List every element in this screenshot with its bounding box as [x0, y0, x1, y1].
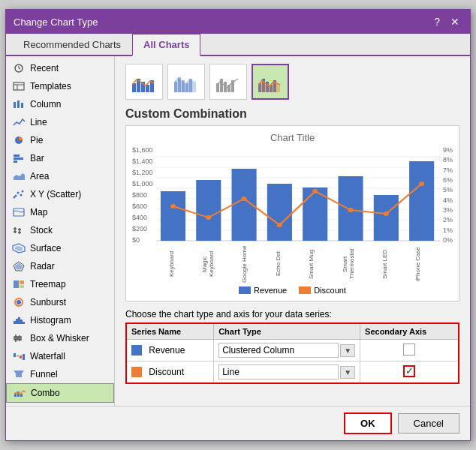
waterfall-icon — [12, 351, 26, 362]
svg-rect-35 — [14, 321, 16, 324]
revenue-chart-type-select[interactable]: Clustered Column Line Area — [218, 343, 339, 358]
sidebar-item-combo[interactable]: Combo — [6, 383, 114, 403]
title-bar-controls: ? ✕ — [431, 16, 462, 28]
svg-rect-55 — [146, 85, 149, 92]
tabs-bar: Recommended Charts All Charts — [6, 34, 470, 56]
sidebar-item-histogram[interactable]: Histogram — [6, 311, 114, 329]
svg-rect-37 — [18, 317, 20, 324]
svg-rect-46 — [20, 356, 22, 358]
legend-color-revenue — [239, 286, 251, 294]
sunburst-icon — [12, 297, 26, 308]
discount-color-box — [131, 367, 142, 377]
svg-point-93 — [241, 196, 246, 201]
discount-secondary-axis-checkbox[interactable] — [403, 365, 415, 377]
scatter-icon — [12, 189, 26, 200]
revenue-dropdown-arrow[interactable]: ▼ — [340, 344, 355, 357]
svg-marker-27 — [15, 246, 23, 251]
chart-icon-4[interactable] — [252, 64, 289, 100]
dialog-title: Change Chart Type — [14, 16, 98, 28]
sidebar-item-treemap[interactable]: Treemap — [6, 275, 114, 293]
revenue-chart-type: Clustered Column Line Area ▼ — [214, 340, 360, 362]
sidebar-item-area[interactable]: Area — [6, 167, 114, 185]
y-axis-right: 9% 8% 7% 6% 5% 4% 3% 2% 1% 0% — [440, 146, 453, 244]
map-icon — [12, 207, 26, 218]
svg-rect-44 — [14, 353, 16, 357]
chart-icon-2-svg — [173, 68, 200, 95]
col-series-name: Series Name — [126, 323, 214, 340]
tab-all-charts[interactable]: All Charts — [132, 34, 200, 56]
chart-icon-1[interactable] — [125, 64, 163, 100]
revenue-dropdown-cell: Clustered Column Line Area ▼ — [218, 343, 355, 358]
svg-marker-13 — [14, 173, 25, 180]
svg-rect-12 — [14, 160, 17, 163]
table-row-revenue: Revenue Clustered Column Line Area ▼ — [126, 340, 459, 362]
cancel-button[interactable]: Cancel — [398, 413, 459, 434]
sidebar-item-surface[interactable]: Surface — [6, 239, 114, 257]
discount-dropdown-arrow[interactable]: ▼ — [340, 366, 355, 379]
legend-item-discount: Discount — [299, 286, 346, 295]
area-icon — [12, 171, 26, 182]
series-table-label: Choose the chart type and axis for your … — [125, 309, 459, 320]
x-axis-labels: Keyboard Magic Keyboard Google Home Echo… — [132, 245, 453, 283]
histogram-icon — [12, 315, 26, 326]
svg-marker-29 — [15, 263, 23, 269]
svg-point-97 — [383, 212, 388, 216]
svg-rect-45 — [17, 355, 19, 357]
svg-point-33 — [17, 300, 21, 304]
table-row-discount: Discount Clustered Column Line Area ▼ — [126, 362, 459, 384]
combo-icon — [13, 388, 26, 398]
discount-chart-type: Clustered Column Line Area ▼ — [214, 362, 360, 384]
svg-rect-47 — [23, 354, 25, 360]
svg-rect-11 — [14, 158, 23, 160]
svg-rect-39 — [23, 322, 25, 324]
svg-rect-6 — [14, 102, 16, 108]
y-axis-left: $1,600 $1,400 $1,200 $1,000 $800 $600 $4… — [132, 146, 156, 244]
chart-icon-2[interactable] — [167, 64, 205, 100]
tab-recommended-charts[interactable]: Recommended Charts — [12, 34, 132, 56]
treemap-icon — [12, 279, 26, 290]
sidebar-item-stock[interactable]: Stock — [6, 221, 114, 239]
chart-icon-3[interactable] — [209, 64, 247, 100]
bar-icon — [12, 153, 26, 164]
sidebar-item-templates[interactable]: Templates — [6, 77, 114, 95]
chart-icon-4-svg — [257, 68, 284, 95]
sidebar-item-sunburst[interactable]: Sunburst — [6, 293, 114, 311]
svg-rect-30 — [14, 280, 19, 288]
revenue-secondary-axis-checkbox[interactable] — [403, 344, 415, 356]
svg-rect-10 — [14, 154, 20, 157]
svg-rect-89 — [373, 195, 398, 241]
close-button[interactable]: ✕ — [447, 16, 462, 28]
sidebar-item-line[interactable]: Line — [6, 113, 114, 131]
svg-rect-3 — [14, 82, 24, 90]
clock-icon — [12, 63, 26, 74]
svg-rect-31 — [20, 280, 24, 284]
sidebar-item-boxwhisker[interactable]: Box & Whisker — [6, 329, 114, 347]
revenue-color-box — [131, 345, 142, 356]
col-chart-type: Chart Type — [214, 323, 360, 340]
svg-point-94 — [276, 223, 282, 227]
help-button[interactable]: ? — [431, 16, 443, 28]
sidebar-item-map[interactable]: Map — [6, 203, 114, 221]
dialog-content: Recent Templates Column Line Pie Bar — [6, 56, 470, 406]
sidebar-item-waterfall[interactable]: Waterfall — [6, 347, 114, 365]
sidebar-item-pie[interactable]: Pie — [6, 131, 114, 149]
sidebar-item-radar[interactable]: Radar — [6, 257, 114, 275]
svg-line-2 — [19, 68, 20, 69]
chart-icon-3-svg — [215, 68, 242, 95]
section-title: Custom Combination — [125, 107, 459, 121]
sidebar-item-funnel[interactable]: Funnel — [6, 365, 114, 383]
template-icon — [12, 81, 26, 92]
sidebar-item-bar[interactable]: Bar — [6, 149, 114, 167]
sidebar-item-column[interactable]: Column — [6, 95, 114, 113]
discount-chart-type-select[interactable]: Clustered Column Line Area — [218, 364, 339, 380]
svg-rect-36 — [16, 319, 18, 324]
revenue-series-name: Revenue — [126, 340, 214, 362]
radar-icon — [12, 261, 26, 272]
chart-icon-1-svg — [131, 68, 158, 95]
sidebar-item-scatter[interactable]: X Y (Scatter) — [6, 185, 114, 203]
sidebar-item-recent[interactable]: Recent — [6, 59, 114, 77]
legend-color-discount — [299, 286, 311, 294]
svg-point-15 — [17, 192, 20, 194]
ok-button[interactable]: OK — [344, 412, 392, 434]
chart-preview-title: Chart Title — [132, 132, 453, 143]
